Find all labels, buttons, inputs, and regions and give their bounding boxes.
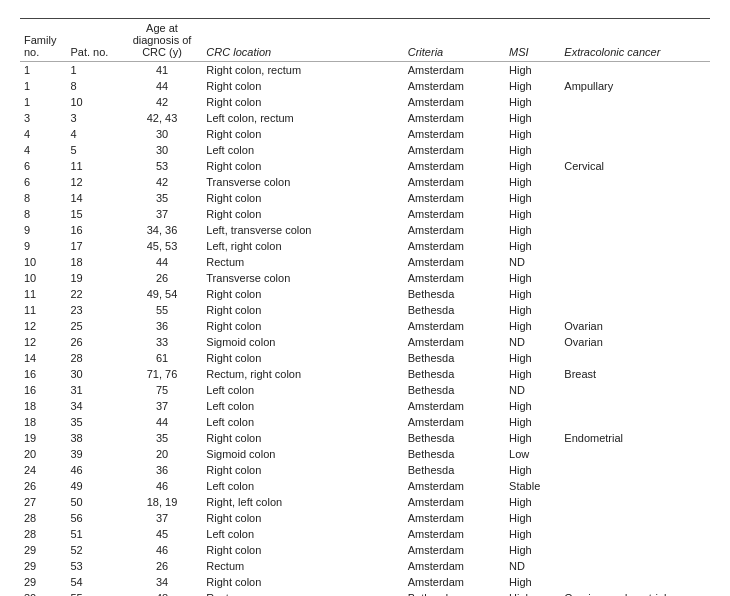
cell-extra bbox=[560, 62, 710, 79]
header-age: Age atdiagnosis ofCRC (y) bbox=[122, 19, 203, 62]
cell-extra: Ovarian bbox=[560, 334, 710, 350]
cell-family: 9 bbox=[20, 238, 66, 254]
cell-extra bbox=[560, 302, 710, 318]
cell-msi: High bbox=[505, 126, 560, 142]
cell-msi: High bbox=[505, 302, 560, 318]
cell-location: Right colon bbox=[202, 462, 403, 478]
cell-msi: High bbox=[505, 414, 560, 430]
cell-family: 28 bbox=[20, 510, 66, 526]
table-row: 26 49 46 Left colon Amsterdam Stable bbox=[20, 478, 710, 494]
cell-age: 75 bbox=[122, 382, 203, 398]
cell-extra bbox=[560, 206, 710, 222]
cell-pat: 35 bbox=[66, 414, 121, 430]
cell-age: 42 bbox=[122, 174, 203, 190]
cell-pat: 25 bbox=[66, 318, 121, 334]
cell-pat: 26 bbox=[66, 334, 121, 350]
cell-family: 11 bbox=[20, 286, 66, 302]
cell-age: 35 bbox=[122, 190, 203, 206]
cell-msi: High bbox=[505, 270, 560, 286]
table-row: 12 26 33 Sigmoid colon Amsterdam ND Ovar… bbox=[20, 334, 710, 350]
cell-extra bbox=[560, 270, 710, 286]
cell-criteria: Bethesda bbox=[404, 350, 505, 366]
table-row: 1 10 42 Right colon Amsterdam High bbox=[20, 94, 710, 110]
table-row: 8 15 37 Right colon Amsterdam High bbox=[20, 206, 710, 222]
cell-pat: 34 bbox=[66, 398, 121, 414]
cell-family: 16 bbox=[20, 366, 66, 382]
cell-pat: 30 bbox=[66, 366, 121, 382]
cell-family: 3 bbox=[20, 110, 66, 126]
cell-location: Left colon bbox=[202, 414, 403, 430]
cell-pat: 52 bbox=[66, 542, 121, 558]
cell-criteria: Amsterdam bbox=[404, 110, 505, 126]
cell-age: 36 bbox=[122, 462, 203, 478]
cell-msi: High bbox=[505, 430, 560, 446]
cell-msi: High bbox=[505, 510, 560, 526]
cell-extra bbox=[560, 494, 710, 510]
table-row: 6 12 42 Transverse colon Amsterdam High bbox=[20, 174, 710, 190]
cell-family: 29 bbox=[20, 558, 66, 574]
cell-criteria: Amsterdam bbox=[404, 494, 505, 510]
cell-pat: 16 bbox=[66, 222, 121, 238]
cell-extra bbox=[560, 542, 710, 558]
cell-msi: High bbox=[505, 190, 560, 206]
cell-age: 18, 19 bbox=[122, 494, 203, 510]
cell-msi: High bbox=[505, 462, 560, 478]
cell-criteria: Amsterdam bbox=[404, 526, 505, 542]
cell-family: 28 bbox=[20, 526, 66, 542]
cell-family: 6 bbox=[20, 174, 66, 190]
cell-extra bbox=[560, 462, 710, 478]
cell-location: Right colon bbox=[202, 190, 403, 206]
cell-location: Rectum bbox=[202, 558, 403, 574]
cell-extra bbox=[560, 142, 710, 158]
cell-age: 48 bbox=[122, 590, 203, 596]
cell-criteria: Amsterdam bbox=[404, 78, 505, 94]
cell-extra bbox=[560, 190, 710, 206]
cell-pat: 46 bbox=[66, 462, 121, 478]
cell-family: 8 bbox=[20, 206, 66, 222]
table-row: 10 18 44 Rectum Amsterdam ND bbox=[20, 254, 710, 270]
cell-family: 18 bbox=[20, 398, 66, 414]
cell-extra bbox=[560, 350, 710, 366]
cell-family: 9 bbox=[20, 222, 66, 238]
cell-pat: 38 bbox=[66, 430, 121, 446]
cell-criteria: Amsterdam bbox=[404, 238, 505, 254]
cell-age: 55 bbox=[122, 302, 203, 318]
cell-family: 8 bbox=[20, 190, 66, 206]
cell-family: 30 bbox=[20, 590, 66, 596]
cell-criteria: Amsterdam bbox=[404, 254, 505, 270]
cell-pat: 28 bbox=[66, 350, 121, 366]
cell-pat: 31 bbox=[66, 382, 121, 398]
cell-location: Sigmoid colon bbox=[202, 334, 403, 350]
cell-age: 45, 53 bbox=[122, 238, 203, 254]
cell-msi: High bbox=[505, 366, 560, 382]
cell-location: Left colon, rectum bbox=[202, 110, 403, 126]
cell-location: Transverse colon bbox=[202, 270, 403, 286]
header-criteria: Criteria bbox=[404, 19, 505, 62]
cell-msi: High bbox=[505, 494, 560, 510]
table-row: 12 25 36 Right colon Amsterdam High Ovar… bbox=[20, 318, 710, 334]
cell-pat: 39 bbox=[66, 446, 121, 462]
header-msi: MSI bbox=[505, 19, 560, 62]
cell-msi: High bbox=[505, 158, 560, 174]
cell-extra bbox=[560, 254, 710, 270]
cell-criteria: Amsterdam bbox=[404, 510, 505, 526]
cell-pat: 8 bbox=[66, 78, 121, 94]
cell-location: Right colon bbox=[202, 94, 403, 110]
cell-msi: High bbox=[505, 238, 560, 254]
cell-msi: High bbox=[505, 590, 560, 596]
cell-age: 71, 76 bbox=[122, 366, 203, 382]
cell-extra: Endometrial bbox=[560, 430, 710, 446]
cell-location: Left colon bbox=[202, 142, 403, 158]
cell-msi: High bbox=[505, 286, 560, 302]
cell-extra bbox=[560, 110, 710, 126]
cell-age: 37 bbox=[122, 510, 203, 526]
table-row: 10 19 26 Transverse colon Amsterdam High bbox=[20, 270, 710, 286]
cell-age: 34, 36 bbox=[122, 222, 203, 238]
cell-age: 30 bbox=[122, 142, 203, 158]
cell-criteria: Bethesda bbox=[404, 446, 505, 462]
cell-age: 49, 54 bbox=[122, 286, 203, 302]
cell-age: 46 bbox=[122, 478, 203, 494]
cell-extra: Cervical bbox=[560, 158, 710, 174]
cell-msi: High bbox=[505, 222, 560, 238]
cell-criteria: Amsterdam bbox=[404, 222, 505, 238]
